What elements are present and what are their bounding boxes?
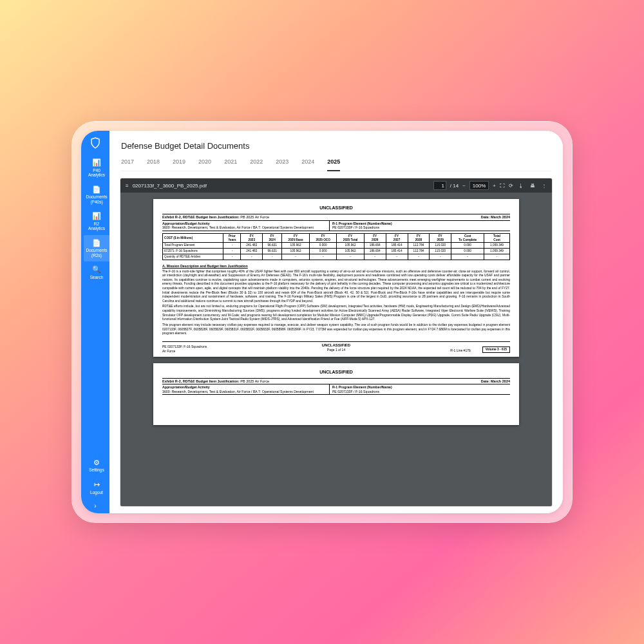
tab-2021[interactable]: 2021 [224, 156, 237, 171]
more-icon[interactable]: ⋮ [542, 183, 547, 189]
nav-icon: 📄 [92, 239, 101, 247]
pdf-page-input[interactable] [433, 181, 446, 190]
nav-icon: 🔍 [92, 265, 101, 274]
sidebar-item-1[interactable]: 📄Documents(P40s) [84, 182, 110, 209]
page-title: Defense Budget Detail Documents [121, 141, 551, 151]
sidebar-bottom-1[interactable]: ↦Logout [86, 477, 107, 498]
sidebar-bottom-0[interactable]: ⚙Settings [86, 455, 107, 477]
pdf-page-total: / 14 [450, 183, 459, 189]
pdf-canvas[interactable]: UNCLASSIFIED Exhibit R-2, RDT&E Budget I… [120, 193, 552, 506]
nav-icon: 📊 [92, 158, 101, 167]
pdf-viewer: ≡ 0207133f_7_3600_PB_2025.pdf / 14 − 100… [120, 178, 553, 507]
classification-header: UNCLASSIFIED [162, 205, 510, 211]
zoom-out-icon[interactable]: − [462, 183, 466, 189]
fit-page-icon[interactable]: ⛶ [500, 183, 505, 189]
cost-table: COST ($ in Millions)PriorYearsFY2023FY20… [162, 233, 510, 260]
logo-shield-icon [90, 137, 100, 149]
download-icon[interactable]: ⭳ [518, 183, 524, 189]
pdf-page-1: UNCLASSIFIED Exhibit R-2, RDT&E Budget I… [153, 199, 519, 357]
tab-2019[interactable]: 2019 [173, 156, 185, 171]
pdf-toolbar: ≡ 0207133f_7_3600_PB_2025.pdf / 14 − 100… [120, 178, 552, 193]
tab-2020[interactable]: 2020 [198, 156, 211, 171]
sidebar-item-3[interactable]: 📄Documents(R2s) [84, 235, 110, 262]
expand-sidebar-button[interactable]: › [81, 498, 109, 513]
print-icon[interactable]: 🖶 [530, 183, 535, 189]
tab-2018[interactable]: 2018 [147, 156, 160, 171]
nav-icon: ⚙ [93, 459, 100, 467]
menu-icon[interactable]: ≡ [126, 183, 129, 189]
nav-icon: 📄 [92, 185, 101, 194]
zoom-in-icon[interactable]: + [493, 183, 496, 189]
pdf-zoom-level[interactable]: 100% [469, 181, 489, 190]
nav-icon: 📊 [92, 212, 101, 220]
tab-2024[interactable]: 2024 [301, 156, 314, 171]
year-tabs: 201720182019202020212022202320242025 [121, 156, 551, 171]
tab-2023[interactable]: 2023 [276, 156, 289, 171]
rotate-icon[interactable]: ⟳ [509, 183, 513, 189]
sidebar: 📊P40Analytics📄Documents(P40s)📊R2Analytic… [81, 131, 109, 513]
pdf-page-2: UNCLASSIFIED Exhibit R-2, RDT&E Budget I… [153, 363, 519, 425]
sidebar-item-2[interactable]: 📊R2Analytics [84, 208, 110, 235]
app-root: 📊P40Analytics📄Documents(P40s)📊R2Analytic… [81, 131, 563, 513]
sidebar-item-4[interactable]: 🔍Search [84, 261, 110, 283]
nav-icon: ↦ [94, 480, 100, 489]
pdf-filename: 0207133f_7_3600_PB_2025.pdf [133, 183, 207, 189]
tab-2022[interactable]: 2022 [250, 156, 263, 171]
tab-2017[interactable]: 2017 [121, 156, 134, 171]
content-area: Defense Budget Detail Documents 20172018… [109, 131, 563, 513]
sidebar-item-0[interactable]: 📊P40Analytics [84, 155, 110, 182]
section-a-header: A. Mission Description and Budget Item J… [162, 264, 510, 269]
tab-2025[interactable]: 2025 [327, 156, 340, 171]
